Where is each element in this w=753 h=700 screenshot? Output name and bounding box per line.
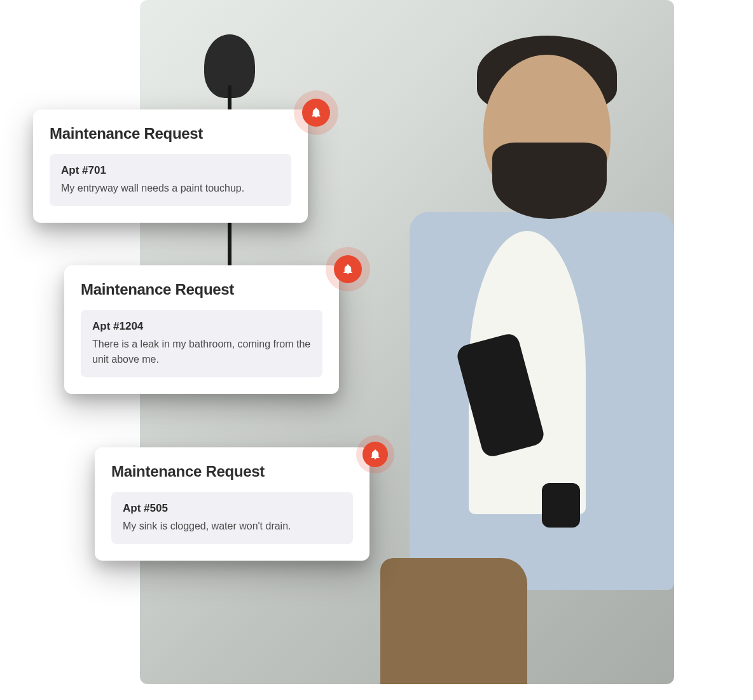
notification-card[interactable]: Maintenance Request Apt #505 My sink is … — [95, 447, 370, 561]
notification-body: Apt #701 My entryway wall needs a paint … — [50, 154, 291, 206]
notification-title: Maintenance Request — [111, 463, 353, 480]
bell-icon — [342, 263, 354, 275]
notification-title: Maintenance Request — [81, 281, 322, 298]
notification-card[interactable]: Maintenance Request Apt #701 My entryway… — [33, 109, 308, 223]
bell-notification-icon — [356, 435, 394, 473]
bell-notification-icon — [294, 90, 338, 135]
notification-message: There is a leak in my bathroom, coming f… — [92, 337, 311, 367]
apartment-label: Apt #505 — [123, 502, 342, 515]
apartment-label: Apt #1204 — [92, 320, 311, 333]
bell-notification-icon — [326, 247, 370, 291]
notification-body: Apt #505 My sink is clogged, water won't… — [111, 492, 353, 544]
bell-icon — [310, 107, 322, 118]
apartment-label: Apt #701 — [61, 164, 280, 177]
notification-body: Apt #1204 There is a leak in my bathroom… — [81, 310, 322, 377]
person-figure — [380, 55, 674, 684]
notification-card[interactable]: Maintenance Request Apt #1204 There is a… — [64, 265, 339, 394]
notification-message: My sink is clogged, water won't drain. — [123, 519, 342, 534]
notification-message: My entryway wall needs a paint touchup. — [61, 181, 280, 196]
bell-icon — [370, 449, 381, 460]
notification-title: Maintenance Request — [50, 125, 291, 143]
